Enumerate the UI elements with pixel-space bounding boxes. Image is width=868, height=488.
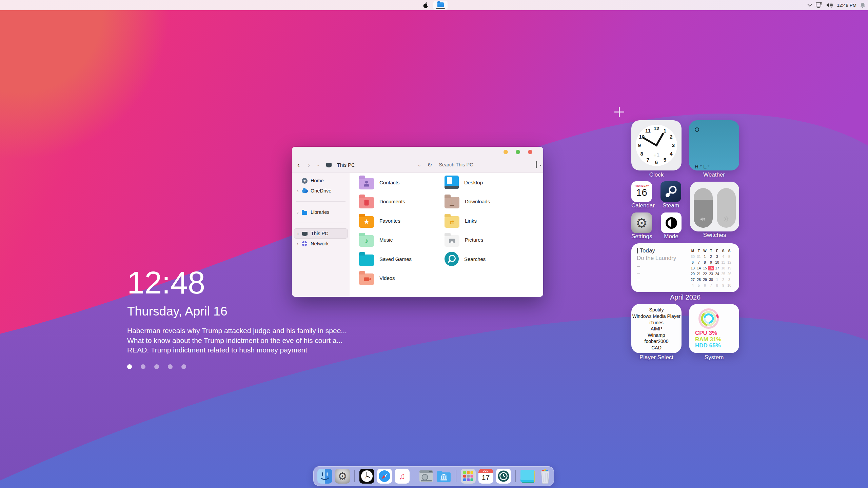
steam-app-icon[interactable] — [660, 181, 681, 202]
weather-widget[interactable]: H:° L:° — [689, 120, 739, 170]
calendar-day-cell[interactable]: 30 — [690, 253, 696, 259]
calendar-day-cell[interactable]: 30 — [708, 277, 714, 282]
clock-app-icon[interactable] — [359, 469, 374, 484]
library-folder-icon[interactable] — [436, 469, 451, 484]
history-chevron-icon[interactable]: ⌄ — [317, 163, 320, 167]
system-settings-icon[interactable]: ⚙ — [335, 469, 350, 484]
sidebar-item-onedrive[interactable]: ›OneDrive — [294, 186, 348, 196]
calendar-day-cell[interactable]: 6 — [702, 282, 708, 288]
calendar-app-icon[interactable]: JUL17 — [478, 469, 493, 484]
zoom-button[interactable] — [516, 150, 520, 154]
clock-widget[interactable]: 123456789101112 +1 — [631, 120, 682, 170]
speaker-icon[interactable] — [826, 2, 833, 8]
player-option[interactable]: Windows Media Player — [632, 313, 680, 320]
calendar-day-cell[interactable]: 10 — [726, 282, 732, 288]
sidebar-item-libraries[interactable]: ›Libraries — [294, 207, 348, 217]
close-button[interactable] — [528, 150, 532, 154]
calendar-day-cell[interactable]: 9 — [720, 282, 726, 288]
folder-item-pictures[interactable]: Pictures — [445, 230, 490, 250]
calendar-day-cell[interactable]: 11 — [720, 259, 726, 265]
folder-item-contacts[interactable]: Contacts — [359, 173, 412, 192]
folder-item-desktop[interactable]: Desktop — [445, 173, 490, 192]
player-option[interactable]: Spotify — [649, 307, 664, 313]
calendar-day-cell[interactable]: 7 — [708, 282, 714, 288]
search-input[interactable]: Search This PC — [439, 162, 473, 167]
search-icon[interactable] — [536, 162, 537, 168]
calendar-day-cell[interactable]: 31 — [696, 253, 702, 259]
calendar-day-cell[interactable]: 3 — [726, 277, 732, 282]
player-option[interactable]: Winamp — [648, 332, 665, 339]
sidebar-item-home[interactable]: ★Home — [294, 176, 348, 186]
sidebar-item-this-pc[interactable]: ›This PC — [294, 228, 348, 239]
forward-button[interactable]: › — [308, 161, 310, 168]
calendar-day-cell[interactable]: 28 — [696, 277, 702, 282]
folder-item-links[interactable]: ⇄Links — [445, 211, 490, 230]
finder-icon[interactable] — [317, 469, 332, 484]
sidebar-item-network[interactable]: ›Network — [294, 239, 348, 249]
apple-menu-icon[interactable] — [423, 2, 429, 8]
calendar-day-cell[interactable]: 8 — [714, 282, 720, 288]
back-button[interactable]: ‹ — [297, 161, 300, 168]
folder-item-favorites[interactable]: ★Favorites — [359, 211, 412, 230]
refresh-icon[interactable]: ↻ — [427, 161, 432, 168]
volume-slider[interactable] — [694, 188, 713, 228]
calendar-day-cell[interactable]: 1 — [702, 253, 708, 259]
calendar-day-cell[interactable]: 21 — [696, 271, 702, 277]
calendar-day-cell[interactable]: 3 — [714, 253, 720, 259]
calendar-day-cell[interactable]: 26 — [726, 271, 732, 277]
time-machine-icon[interactable] — [496, 469, 511, 484]
bell-icon[interactable] — [860, 2, 865, 8]
calendar-day-cell[interactable]: 19 — [726, 265, 732, 271]
calendar-day-cell[interactable]: 18 — [720, 265, 726, 271]
player-select-widget[interactable]: SpotifyWindows Media PlayeriTunesAIMPWin… — [631, 304, 682, 353]
expand-chevron-icon[interactable]: › — [297, 231, 302, 236]
hard-drive-icon[interactable] — [419, 469, 434, 484]
page-dot[interactable] — [181, 364, 186, 369]
minimize-button[interactable] — [504, 150, 508, 154]
calendar-day-cell[interactable]: 23 — [708, 271, 714, 277]
folder-item-documents[interactable]: Documents — [359, 192, 412, 211]
folder-item-music[interactable]: ♪Music — [359, 230, 412, 250]
calendar-day-cell[interactable]: 12 — [726, 259, 732, 265]
calendar-day-cell[interactable]: 13 — [690, 265, 696, 271]
address-breadcrumb[interactable]: This PC — [337, 162, 355, 168]
system-monitor-widget[interactable]: CPU 3% RAM 31% HDD 65% — [689, 304, 739, 353]
calendar-day-cell[interactable]: 20 — [690, 271, 696, 277]
calendar-app-icon[interactable]: THURSDAY 16 — [631, 181, 652, 202]
calendar-day-cell[interactable]: 1 — [714, 277, 720, 282]
player-option[interactable]: AIMP — [651, 326, 662, 332]
taskbar-file-explorer-button[interactable] — [433, 1, 448, 10]
calendar-day-cell[interactable]: 4 — [690, 282, 696, 288]
address-dropdown-icon[interactable]: ⌄ — [417, 162, 421, 167]
display-network-icon[interactable] — [816, 2, 823, 8]
calendar-day-cell[interactable]: 2 — [708, 253, 714, 259]
mode-app-icon[interactable] — [661, 212, 682, 233]
page-dot[interactable] — [141, 364, 145, 369]
music-app-icon[interactable]: ♫ — [395, 469, 410, 484]
calendar-day-cell[interactable]: 16 — [708, 265, 714, 271]
folder-item-videos[interactable]: Videos — [359, 269, 412, 288]
expand-chevron-icon[interactable]: › — [297, 188, 302, 194]
calendar-day-cell[interactable]: 7 — [696, 259, 702, 265]
calendar-day-cell[interactable]: 9 — [708, 259, 714, 265]
calendar-day-cell[interactable]: 14 — [696, 265, 702, 271]
calendar-day-cell[interactable]: 8 — [702, 259, 708, 265]
calendar-day-cell[interactable]: 10 — [714, 259, 720, 265]
agenda-calendar-widget[interactable]: Today Do the Laundry –––– MTWTFSS3031123… — [631, 243, 739, 292]
player-option[interactable]: foobar2000 — [645, 338, 669, 345]
stickies-icon[interactable] — [520, 469, 535, 484]
folder-item-downloads[interactable]: Downloads — [445, 192, 490, 211]
calendar-day-cell[interactable]: 2 — [720, 277, 726, 282]
player-option[interactable]: iTunes — [649, 320, 664, 326]
expand-chevron-icon[interactable]: › — [297, 210, 302, 215]
expand-chevron-icon[interactable]: › — [297, 241, 302, 246]
calendar-day-cell[interactable]: 5 — [726, 253, 732, 259]
calendar-day-cell[interactable]: 24 — [714, 271, 720, 277]
safari-icon[interactable] — [377, 469, 392, 484]
window-header[interactable]: ‹ › ⌄ This PC ⌄ ↻ Search This PC — [292, 147, 543, 173]
brightness-slider[interactable] — [717, 188, 736, 228]
page-dot[interactable] — [127, 364, 132, 369]
calendar-day-cell[interactable]: 5 — [696, 282, 702, 288]
calendar-day-cell[interactable]: 27 — [690, 277, 696, 282]
calendar-day-cell[interactable]: 6 — [690, 259, 696, 265]
